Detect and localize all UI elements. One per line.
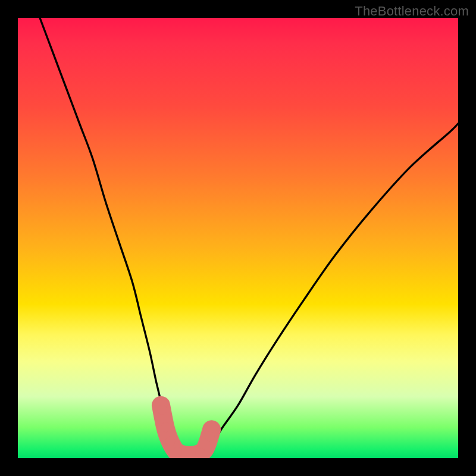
fit-dot [158, 405, 167, 414]
chart-frame: TheBottleneck.com [0, 0, 476, 476]
fit-dot [195, 448, 205, 458]
curve-layer [18, 18, 458, 458]
series-right-branch [203, 124, 458, 454]
fit-dot [205, 431, 215, 441]
fit-dot [161, 422, 171, 432]
series-left-branch [40, 18, 183, 454]
plot-area [18, 18, 458, 458]
watermark-text: TheBottleneck.com [355, 4, 469, 19]
fit-dot [165, 437, 175, 446]
fit-dot [173, 447, 182, 457]
